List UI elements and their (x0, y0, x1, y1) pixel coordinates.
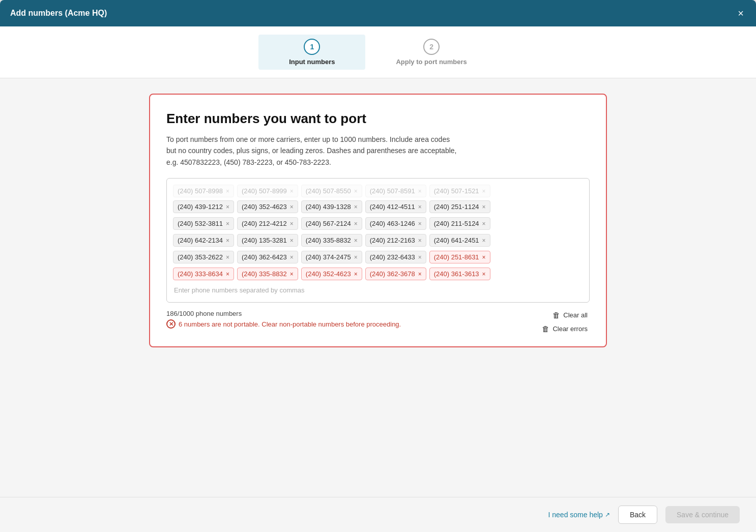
tag-2-4[interactable]: (240) 463-1246 × (365, 217, 426, 230)
tag-partial-4[interactable]: (240) 507-8591 × (365, 185, 426, 197)
step-2-circle: 2 (423, 39, 440, 55)
number-input-placeholder[interactable]: Enter phone numbers separated by commas (173, 284, 583, 296)
stepper-bar: 1 Input numbers 2 Apply to port numbers (0, 26, 756, 78)
card-footer: 186/1000 phone numbers ✕ 6 numbers are n… (166, 310, 590, 334)
tag-3-2[interactable]: (240) 135-3281 × (237, 234, 298, 247)
stepper: 1 Input numbers 2 Apply to port numbers (258, 35, 498, 70)
main-content: Enter numbers you want to port To port n… (0, 78, 756, 497)
tag-2-5[interactable]: (240) 211-5124 × (429, 217, 490, 230)
tag-5-1-error[interactable]: (240) 333-8634 × (173, 268, 234, 280)
clear-errors-button[interactable]: 🗑 Clear errors (540, 323, 590, 334)
tags-row-3: (240) 642-2134 × (240) 135-3281 × (240) … (173, 234, 583, 247)
card: Enter numbers you want to port To port n… (149, 94, 607, 347)
error-icon: ✕ (166, 319, 176, 329)
tag-3-1[interactable]: (240) 642-2134 × (173, 234, 234, 247)
step-1-label: Input numbers (289, 58, 335, 66)
footer-left: 186/1000 phone numbers ✕ 6 numbers are n… (166, 310, 401, 329)
tag-3-3[interactable]: (240) 335-8832 × (301, 234, 362, 247)
tags-row-5: (240) 333-8634 × (240) 335-8832 × (240) … (173, 268, 583, 280)
back-button[interactable]: Back (618, 506, 657, 524)
tags-row-1: (240) 439-1212 × (240) 352-4623 × (240) … (173, 200, 583, 213)
tag-4-3[interactable]: (240) 374-2475 × (301, 251, 362, 263)
error-text: 6 numbers are not portable. Clear non-po… (179, 320, 401, 328)
tag-1-2[interactable]: (240) 352-4623 × (237, 200, 298, 213)
trash-icon-all: 🗑 (553, 311, 560, 319)
step-1-circle: 1 (304, 39, 320, 55)
main-window: Add numbers (Acme HQ) × 1 Input numbers … (0, 0, 756, 532)
tag-3-5[interactable]: (240) 641-2451 × (429, 234, 490, 247)
tags-row-4: (240) 353-2622 × (240) 362-6423 × (240) … (173, 251, 583, 263)
close-button[interactable]: × (736, 6, 746, 20)
tag-partial-2[interactable]: (240) 507-8999 × (237, 185, 298, 197)
tag-2-1[interactable]: (240) 532-3811 × (173, 217, 234, 230)
titlebar: Add numbers (Acme HQ) × (0, 0, 756, 26)
tag-1-5[interactable]: (240) 251-1124 × (429, 200, 490, 213)
tag-3-4[interactable]: (240) 212-2163 × (365, 234, 426, 247)
tag-1-3[interactable]: (240) 439-1328 × (301, 200, 362, 213)
error-message: ✕ 6 numbers are not portable. Clear non-… (166, 319, 401, 329)
tag-partial-3[interactable]: (240) 507-8550 × (301, 185, 362, 197)
tag-2-2[interactable]: (240) 212-4212 × (237, 217, 298, 230)
clear-errors-label: Clear errors (553, 325, 588, 333)
help-label: I need some help (548, 511, 603, 519)
card-title: Enter numbers you want to port (166, 111, 590, 127)
footer-right: 🗑 Clear all 🗑 Clear errors (540, 310, 590, 334)
partial-row: (240) 507-8998 × (240) 507-8999 × (240) … (173, 185, 583, 197)
count-text: 186/1000 phone numbers (166, 310, 401, 317)
clear-all-label: Clear all (563, 311, 588, 319)
window-title: Add numbers (Acme HQ) (10, 9, 107, 18)
clear-all-button[interactable]: 🗑 Clear all (550, 310, 590, 320)
tag-5-2-error[interactable]: (240) 335-8832 × (237, 268, 298, 280)
tag-1-4[interactable]: (240) 412-4511 × (365, 200, 426, 213)
tag-4-5-error[interactable]: (240) 251-8631 × (429, 251, 490, 263)
numbers-input-box[interactable]: (240) 507-8998 × (240) 507-8999 × (240) … (166, 178, 590, 303)
card-description: To port numbers from one or more carrier… (166, 134, 461, 168)
external-link-icon: ↗ (605, 511, 610, 518)
bottom-bar: I need some help ↗ Back Save & continue (0, 497, 756, 532)
tag-1-1[interactable]: (240) 439-1212 × (173, 200, 234, 213)
tag-4-4[interactable]: (240) 232-6433 × (365, 251, 426, 263)
tag-5-3-error[interactable]: (240) 352-4623 × (301, 268, 362, 280)
tag-partial-1[interactable]: (240) 507-8998 × (173, 185, 234, 197)
tag-4-1[interactable]: (240) 353-2622 × (173, 251, 234, 263)
tag-5-4-error[interactable]: (240) 362-3678 × (365, 268, 426, 280)
tag-2-3[interactable]: (240) 567-2124 × (301, 217, 362, 230)
save-continue-button: Save & continue (665, 506, 740, 523)
tags-row-2: (240) 532-3811 × (240) 212-4212 × (240) … (173, 217, 583, 230)
step-2[interactable]: 2 Apply to port numbers (365, 35, 497, 70)
step-1[interactable]: 1 Input numbers (258, 35, 365, 70)
trash-icon-errors: 🗑 (542, 324, 549, 333)
tag-partial-5[interactable]: (240) 507-1521 × (429, 185, 490, 197)
tag-4-2[interactable]: (240) 362-6423 × (237, 251, 298, 263)
tag-5-5-error[interactable]: (240) 361-3613 × (429, 268, 490, 280)
help-link[interactable]: I need some help ↗ (548, 511, 610, 519)
step-2-label: Apply to port numbers (396, 58, 467, 66)
